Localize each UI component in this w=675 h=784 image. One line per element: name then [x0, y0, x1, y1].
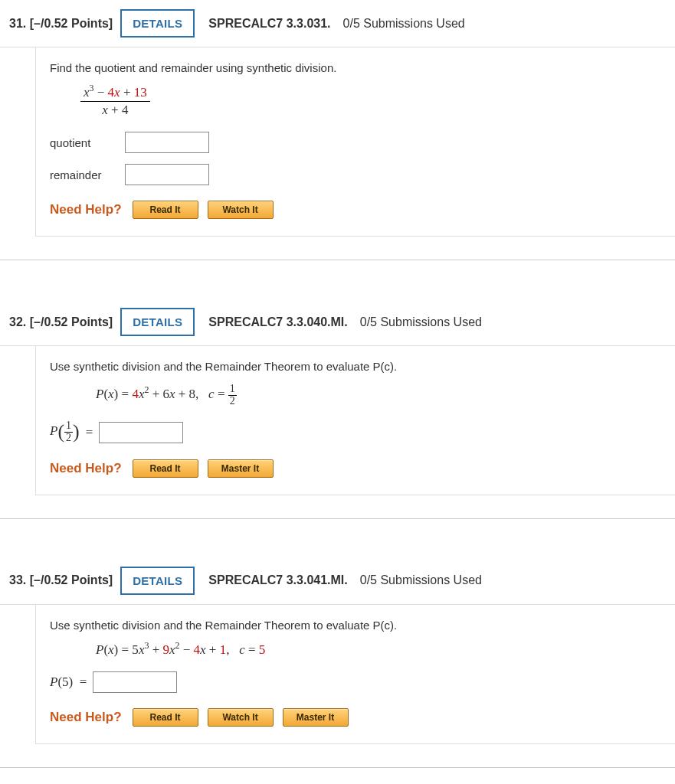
need-help-label: Need Help? [50, 202, 122, 217]
submissions-used: 0/5 Submissions Used [343, 17, 465, 31]
answer-row-remainder: remainder [50, 164, 661, 185]
need-help-label: Need Help? [50, 461, 122, 476]
master-it-button[interactable]: Master It [208, 459, 274, 478]
question-number: 32. [–/0.52 Points] [9, 315, 113, 329]
read-it-button[interactable]: Read It [133, 201, 198, 219]
source-code: SPRECALC7 3.3.031. [208, 17, 330, 31]
pc-input[interactable] [93, 671, 177, 693]
question-header: 31. [–/0.52 Points] DETAILS SPRECALC7 3.… [0, 0, 675, 47]
question-prompt: Find the quotient and remainder using sy… [50, 61, 661, 74]
question-body: Find the quotient and remainder using sy… [35, 47, 675, 237]
submissions-used: 0/5 Submissions Used [360, 573, 482, 587]
question-31: 31. [–/0.52 Points] DETAILS SPRECALC7 3.… [0, 0, 675, 260]
read-it-button[interactable]: Read It [133, 708, 198, 727]
question-prompt: Use synthetic division and the Remainder… [50, 619, 661, 632]
need-help-row: Need Help? Read It Master It [50, 459, 661, 478]
p-of-5-label: P(5) = [50, 675, 87, 690]
master-it-button[interactable]: Master It [283, 708, 349, 727]
source-code: SPRECALC7 3.3.041.MI. [208, 573, 347, 587]
submissions-used: 0/5 Submissions Used [360, 315, 482, 329]
question-body: Use synthetic division and the Remainder… [35, 605, 675, 744]
details-button[interactable]: DETAILS [120, 567, 195, 595]
need-help-label: Need Help? [50, 710, 122, 725]
watch-it-button[interactable]: Watch It [208, 201, 274, 219]
read-it-button[interactable]: Read It [133, 459, 198, 478]
quotient-input[interactable] [125, 132, 209, 153]
math-expression: x3 − 4x + 13 x + 4 [80, 85, 661, 118]
question-32: 32. [–/0.52 Points] DETAILS SPRECALC7 3.… [0, 299, 675, 519]
question-prompt: Use synthetic division and the Remainder… [50, 360, 661, 373]
details-button[interactable]: DETAILS [120, 308, 195, 336]
remainder-input[interactable] [125, 164, 209, 185]
math-expression: P(x) = 4x2 + 6x + 8, c = 12 [96, 384, 661, 407]
remainder-label: remainder [50, 168, 111, 181]
details-button[interactable]: DETAILS [120, 9, 195, 38]
p-of-half-label: P(12) [50, 420, 80, 443]
answer-row-quotient: quotient [50, 132, 661, 153]
source-code: SPRECALC7 3.3.040.MI. [208, 315, 347, 329]
answer-row-pc: P(5) = [50, 671, 661, 693]
pc-input[interactable] [99, 422, 183, 443]
quotient-label: quotient [50, 136, 111, 149]
question-number: 31. [–/0.52 Points] [9, 17, 113, 31]
question-header: 32. [–/0.52 Points] DETAILS SPRECALC7 3.… [0, 299, 675, 346]
need-help-row: Need Help? Read It Watch It [50, 201, 661, 219]
question-body: Use synthetic division and the Remainder… [35, 346, 675, 495]
question-header: 33. [–/0.52 Points] DETAILS SPRECALC7 3.… [0, 557, 675, 605]
math-expression: P(x) = 5x3 + 9x2 − 4x + 1, c = 5 [96, 642, 661, 658]
watch-it-button[interactable]: Watch It [208, 708, 274, 727]
question-33: 33. [–/0.52 Points] DETAILS SPRECALC7 3.… [0, 557, 675, 768]
answer-row-pc: P(12) = [50, 420, 661, 443]
need-help-row: Need Help? Read It Watch It Master It [50, 708, 661, 727]
question-number: 33. [–/0.52 Points] [9, 573, 113, 587]
